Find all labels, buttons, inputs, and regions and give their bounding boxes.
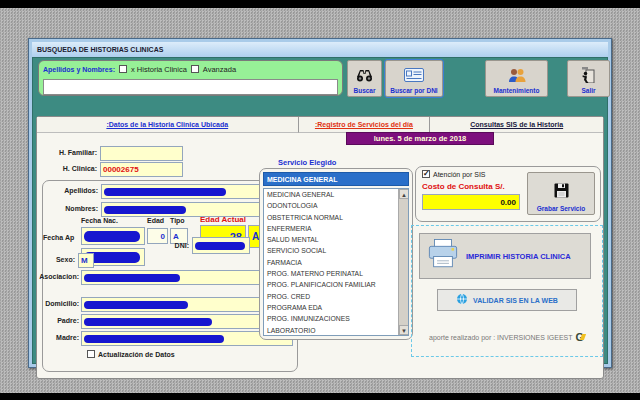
actualizacion-row: Actualización de Datos (87, 350, 175, 358)
nombres-label: Nombres: (52, 205, 98, 212)
tipo-label: Tipo (170, 217, 190, 224)
grabar-servicio-button[interactable]: Grabar Servicio (527, 172, 595, 215)
servicio-item[interactable]: PROG. PLANIFICACION FAMILIAR (264, 279, 398, 290)
h-familiar-label: H. Familiar: (55, 149, 97, 156)
domicilio-redaction (84, 301, 188, 309)
fecha-nac-label: Fecha Nac. (81, 217, 131, 224)
fecha-ap-label: Fecha Ap (43, 234, 79, 241)
asociacion-redaction (84, 274, 180, 282)
floppy-disk-icon (554, 175, 569, 205)
avanzada-checkbox-label: Avanzada (203, 65, 236, 74)
servicio-item[interactable]: OBSTETRICIA NORMAL (264, 212, 398, 223)
date-bar: lunes. 5 de marzo de 2018 (346, 132, 494, 145)
servicio-item[interactable]: SERVICIO SOCIAL (264, 245, 398, 256)
servicio-item[interactable]: PROG. INMUNIZACIONES (264, 313, 398, 324)
mantenimiento-button[interactable]: Mantenimiento (485, 60, 548, 97)
servicio-item[interactable]: LABORATORIO (264, 325, 398, 336)
imprimir-historia-button[interactable]: IMPRIMIR HISTORIA CLINICA (419, 233, 591, 279)
tab-datos-historia-label: :Datos de la Historia Clinica Ubicada (106, 121, 228, 128)
actualizacion-checkbox[interactable] (87, 350, 95, 358)
avanzada-checkbox[interactable] (191, 65, 199, 73)
sexo-field[interactable]: M (78, 253, 94, 268)
apellidos-label: Apellidos: (52, 187, 98, 194)
salir-button-label: Salir (581, 87, 595, 94)
mantenimiento-button-label: Mantenimiento (494, 87, 540, 94)
scroll-up-icon[interactable]: ▲ (399, 189, 409, 199)
h-clinica-field[interactable]: 00002675 (100, 162, 183, 177)
servicio-listbox[interactable]: MEDICINA GENERAL ODONTOLOGIA OBSTETRICIA… (263, 188, 409, 336)
servicio-selected[interactable]: MEDICINA GENERAL (263, 172, 409, 186)
tab-consultas-sis[interactable]: Consultas SIS de la Historia (430, 117, 603, 133)
tab-consultas-sis-label: Consultas SIS de la Historia (470, 121, 563, 128)
globe-icon (456, 291, 468, 309)
validar-sis-button[interactable]: VALIDAR SIS EN LA WEB (437, 289, 577, 311)
dni-label: DNI: (167, 242, 189, 249)
servicio-item[interactable]: PROG. MATERNO PERINATAL (264, 268, 398, 279)
window-title: BUSQUEDA DE HISTORIAS CLINICAS (37, 46, 163, 53)
servicio-item[interactable]: PROG. CRED (264, 291, 398, 302)
dni-redaction (195, 242, 245, 250)
credit-text: aporte realizado por : INVERSIONES IGEES… (429, 334, 573, 341)
nombres-redaction (104, 206, 186, 214)
actualizacion-label: Actualización de Datos (98, 351, 175, 358)
servicio-item[interactable]: SALUD MENTAL (264, 234, 398, 245)
asociacion-label: Asociacion: (37, 273, 79, 280)
h-familiar-field[interactable] (100, 146, 183, 161)
screenshot-stage: BUSQUEDA DE HISTORIAS CLINICAS Apellidos… (0, 0, 640, 400)
servicio-item[interactable]: ODONTOLOGIA (264, 200, 398, 211)
buscar-por-dni-button[interactable]: Buscar por DNI (385, 60, 443, 97)
buscar-button[interactable]: Buscar (347, 60, 382, 97)
fecha-nac-field[interactable] (81, 227, 145, 245)
atencion-row: Atención por SIS (422, 170, 486, 178)
salir-button[interactable]: Salir (567, 60, 610, 97)
main-panel: :Datos de la Historia Clinica Ubicada :R… (36, 116, 604, 379)
buscar-por-dni-button-label: Buscar por DNI (390, 87, 437, 94)
servicio-scrollbar[interactable]: ▲ ▼ (398, 189, 408, 335)
search-label: Apellidos y Nombres: (43, 66, 115, 73)
historia-clinica-checkbox-label: x Historia Clinica (131, 65, 187, 74)
date-text: lunes. 5 de marzo de 2018 (374, 134, 467, 143)
binoculars-icon (356, 63, 373, 87)
app-window: BUSQUEDA DE HISTORIAS CLINICAS Apellidos… (28, 38, 612, 368)
grabar-servicio-label: Grabar Servicio (537, 205, 585, 212)
scroll-down-icon[interactable]: ▼ (399, 325, 409, 335)
edad-field[interactable]: 0 (147, 228, 168, 244)
costo-consulta-label: Costo de Consulta S/. (422, 182, 505, 191)
apellidos-redaction (104, 188, 226, 196)
padre-label: Padre: (37, 317, 79, 324)
search-panel: Apellidos y Nombres: x Historia Clinica … (38, 60, 343, 96)
tab-registro-servicios[interactable]: :Registro de Servicios del día (299, 117, 431, 133)
historia-clinica-checkbox[interactable] (119, 65, 127, 73)
exit-door-icon (581, 63, 596, 87)
search-input[interactable] (43, 79, 338, 95)
tab-datos-historia[interactable]: :Datos de la Historia Clinica Ubicada (37, 117, 299, 133)
imprimir-historia-label: IMPRIMIR HISTORIA CLINICA (466, 252, 571, 261)
servicio-item[interactable]: FARMACIA (264, 257, 398, 268)
servicio-item[interactable]: MEDICINA GENERAL (264, 189, 398, 200)
servicio-elegido-label: Servicio Elegido (278, 158, 336, 167)
servicio-item[interactable]: PROGRAMA EDA (264, 302, 398, 313)
edad-label: Edad (147, 217, 167, 224)
servicio-item[interactable]: ENFERMERIA (264, 223, 398, 234)
h-clinica-label: H. Clinica: (55, 165, 97, 172)
costo-consulta-field[interactable]: 0.00 (422, 194, 520, 210)
madre-label: Madre: (37, 334, 79, 341)
credit-row: aporte realizado por : INVERSIONES IGEES… (429, 332, 584, 342)
madre-redaction (84, 335, 224, 343)
window-body: Apellidos y Nombres: x Historia Clinica … (32, 57, 608, 364)
atencion-sis-checkbox[interactable] (422, 170, 430, 178)
padre-redaction (84, 318, 212, 326)
printer-icon (426, 237, 460, 275)
sexo-label: Sexo: (47, 256, 75, 263)
users-icon (507, 63, 527, 87)
atencion-sis-label: Atención por SIS (433, 171, 486, 178)
window-titlebar[interactable]: BUSQUEDA DE HISTORIAS CLINICAS (32, 42, 608, 57)
validar-sis-label: VALIDAR SIS EN LA WEB (473, 297, 558, 304)
igeest-logo-icon: G (576, 332, 585, 342)
buscar-button-label: Buscar (353, 87, 375, 94)
tab-registro-servicios-label: :Registro de Servicios del día (315, 121, 413, 128)
domicilio-label: Domicilio: (37, 300, 79, 307)
fecha-nac-redaction (84, 231, 140, 242)
tab-strip: :Datos de la Historia Clinica Ubicada :R… (37, 117, 603, 133)
dni-field[interactable] (192, 237, 250, 254)
